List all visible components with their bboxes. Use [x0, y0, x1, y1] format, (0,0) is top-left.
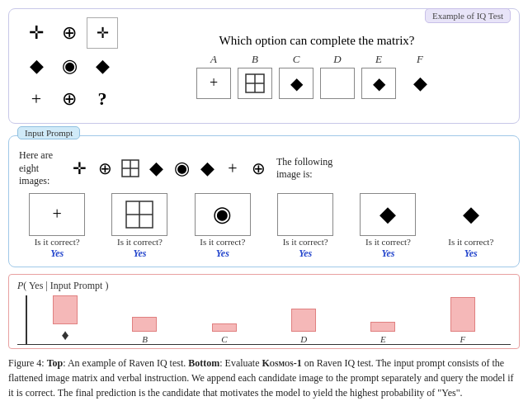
caption-bottom-text: : Evaluate: [219, 357, 262, 369]
bar-col-d: D: [264, 309, 343, 344]
option-b-box: [238, 68, 272, 99]
caption-figure-num: Figure 4:: [8, 357, 45, 369]
option-d-box: [320, 68, 355, 99]
candidate-e: ◆ Is it correct? Yes: [360, 193, 416, 260]
option-c-label: C: [293, 53, 300, 66]
caption-top-label: Top: [47, 357, 64, 369]
candidate-e-box: ◆: [360, 193, 416, 236]
option-d: D: [320, 53, 355, 99]
bar-a: [53, 295, 78, 324]
candidate-b: Is it correct? Yes: [111, 193, 167, 260]
option-e: E ◆: [361, 53, 396, 99]
option-a-box: +: [196, 68, 231, 99]
prompt-main-row: Here are eight images: ✛ ⊕ ◆ ◉ ◆ + ⊕ The…: [19, 149, 509, 188]
candidate-d: Is it correct? Yes: [277, 193, 333, 260]
option-f-box: ◆: [403, 68, 437, 99]
option-a: A +: [196, 53, 231, 99]
prompt-text-left: Here are eight images:: [19, 149, 64, 188]
bar-label-a: ♦: [62, 327, 69, 344]
bar-c: [212, 323, 237, 332]
matrix-cell-7: +: [21, 83, 52, 115]
matrix-cell-9: ?: [87, 83, 118, 115]
bar-f: [450, 297, 475, 332]
option-f-label: F: [417, 53, 423, 66]
prompt-sym-8: ⊕: [247, 157, 270, 180]
caption-bottom-label: Bottom: [188, 357, 219, 369]
matrix-cell-6: ◆: [87, 50, 118, 82]
prompt-images-row: ✛ ⊕ ◆ ◉ ◆ + ⊕: [68, 157, 270, 180]
bar-col-f: F: [423, 297, 502, 344]
options-row: A + B C ◆: [126, 53, 507, 99]
candidate-d-box: [277, 193, 333, 236]
candidate-c-yes: Yes: [216, 248, 229, 260]
bar-label-e: E: [380, 334, 386, 344]
candidate-c-box: ◉: [195, 193, 251, 236]
candidate-f-yes: Yes: [464, 248, 478, 260]
prompt-sym-5: ◉: [170, 157, 193, 180]
option-c-box: ◆: [279, 68, 314, 99]
bar-e: [370, 322, 395, 332]
candidate-e-yes: Yes: [381, 248, 394, 260]
bar-label-c: C: [221, 334, 227, 344]
chart-bars-area: ♦ B C D E F: [17, 295, 511, 345]
caption-kosmos: Kosmos-1: [262, 357, 302, 369]
chart-panel: P( Yes | Input Prompt ) ♦ B C D E: [8, 274, 520, 349]
candidate-a: + Is it correct? Yes: [29, 193, 85, 260]
candidate-b-box: [111, 193, 167, 236]
option-b: B: [238, 53, 272, 99]
bar-label-b: B: [142, 334, 148, 344]
figure-caption: Figure 4: Top: An example of Raven IQ te…: [8, 356, 520, 400]
bar-d: [291, 309, 316, 332]
option-b-label: B: [252, 53, 258, 66]
chart-yaxis: [26, 295, 27, 344]
option-d-label: D: [333, 53, 341, 66]
chart-formula: P( Yes | Input Prompt ): [17, 280, 511, 292]
formula-p: P( Yes | Input Prompt ): [17, 280, 108, 291]
bar-col-a: ♦: [26, 295, 105, 344]
option-e-label: E: [375, 53, 382, 66]
matrix-cell-8: ⊕: [54, 83, 85, 115]
caption-top-text: : An example of Raven IQ test.: [63, 357, 188, 369]
matrix-cell-3: ✛: [87, 17, 118, 49]
prompt-sym-6: ◆: [196, 157, 219, 180]
prompt-sym-1: ✛: [68, 157, 91, 180]
option-c: C ◆: [279, 53, 314, 99]
option-a-label: A: [210, 53, 217, 66]
candidate-b-yes: Yes: [133, 248, 146, 260]
candidate-a-yes: Yes: [50, 248, 64, 260]
bar-label-f: F: [460, 334, 465, 344]
question-text: Which option can complete the matrix?: [126, 34, 507, 48]
candidate-b-label: Is it correct?: [117, 237, 163, 247]
candidate-f: ◆ Is it correct? Yes: [443, 193, 499, 260]
candidate-e-label: Is it correct?: [365, 237, 411, 247]
matrix-grid: ✛ ⊕ ✛ ◆ ◉ ◆ + ⊕ ?: [21, 17, 118, 115]
bar-col-e: E: [343, 322, 422, 344]
prompt-sym-7: +: [221, 157, 244, 180]
candidate-d-yes: Yes: [299, 248, 312, 260]
candidate-f-box: ◆: [443, 193, 499, 236]
prompt-sym-3: [119, 157, 142, 180]
bar-label-d: D: [300, 334, 307, 344]
iq-test-label: Example of IQ Test: [425, 8, 511, 23]
bar-col-c: C: [185, 323, 264, 344]
candidate-c: ◉ Is it correct? Yes: [195, 193, 251, 260]
prompt-sym-2: ⊕: [93, 157, 116, 180]
option-f: F ◆: [403, 53, 437, 99]
candidates-section: + Is it correct? Yes Is it correct? Yes: [19, 188, 509, 260]
prompt-text-right: The following image is:: [276, 156, 332, 182]
candidate-a-label: Is it correct?: [35, 237, 80, 247]
prompt-panel-label: Input Prompt: [17, 126, 80, 139]
candidate-a-box: +: [29, 193, 85, 236]
bar-b: [132, 317, 157, 332]
matrix-cell-1: ✛: [21, 17, 52, 49]
candidate-c-label: Is it correct?: [200, 237, 245, 247]
matrix-cell-5: ◉: [54, 50, 85, 82]
matrix-cell-2: ⊕: [54, 17, 85, 49]
candidate-d-label: Is it correct?: [283, 237, 328, 247]
bar-col-b: B: [105, 317, 184, 344]
candidate-f-label: Is it correct?: [448, 237, 493, 247]
prompt-sym-4: ◆: [144, 157, 167, 180]
iq-test-panel: Example of IQ Test ✛ ⊕ ✛ ◆ ◉ ◆ + ⊕ ? Whi…: [8, 8, 520, 124]
matrix-cell-4: ◆: [21, 50, 52, 82]
option-e-box: ◆: [361, 68, 396, 99]
